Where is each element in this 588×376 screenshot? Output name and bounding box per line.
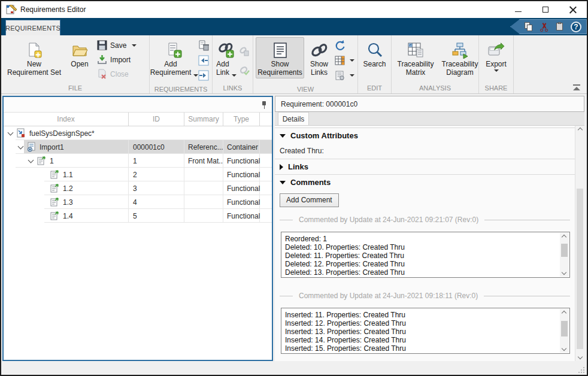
- details-tabbar: Details: [275, 112, 584, 126]
- comment-line: Inserted: 12. Properties: Created Thru: [285, 319, 557, 328]
- resize-grip-icon[interactable]: [577, 366, 584, 373]
- tree-cell-index: 1: [50, 157, 54, 165]
- expand-chevron[interactable]: [18, 143, 24, 149]
- tree-cell-type: Functional: [223, 209, 260, 223]
- scroll-thumb[interactable]: [561, 244, 568, 257]
- tab-details[interactable]: Details: [278, 112, 309, 125]
- tree-row-1-3[interactable]: 1.3 4 Functional: [4, 195, 272, 209]
- tree-cell-index: Import1: [40, 143, 64, 151]
- requirements-tree-panel: Index ID Summary Type fuelSysDesignSpec*: [2, 96, 273, 361]
- add-comment-button[interactable]: Add Comment: [280, 193, 339, 207]
- scroll-thumb[interactable]: [561, 321, 568, 336]
- add-link-icon: [217, 41, 235, 60]
- delete-requirement-button[interactable]: [198, 39, 209, 52]
- ribbon: New Requirement Set Open: [1, 35, 587, 94]
- maximize-button[interactable]: [532, 1, 559, 18]
- scroll-up-icon[interactable]: [562, 311, 566, 316]
- traceability-matrix-icon: [407, 41, 424, 60]
- comment-2-scrollbar[interactable]: [560, 309, 569, 353]
- view-settings-button[interactable]: [335, 69, 354, 82]
- show-requirements-button[interactable]: Show Requirements: [256, 37, 304, 78]
- ribbon-section-file: New Requirement Set Open: [1, 35, 150, 93]
- scroll-down-icon[interactable]: [578, 354, 583, 359]
- comment-2-textbox[interactable]: Inserted: 11. Properties: Created Thru I…: [281, 308, 570, 354]
- tree-cell-id: 2: [128, 168, 184, 181]
- scroll-down-icon[interactable]: [562, 270, 566, 275]
- section-label-edit: EDIT: [360, 83, 389, 93]
- section-links[interactable]: Links: [275, 159, 575, 174]
- show-links-icon: [310, 41, 328, 60]
- demote-requirement-button[interactable]: [198, 69, 209, 82]
- close-button[interactable]: [559, 1, 587, 18]
- details-scrollbar[interactable]: [575, 126, 584, 361]
- link-check-button[interactable]: [240, 64, 250, 77]
- view-settings-icon: [335, 71, 345, 80]
- promote-requirement-button[interactable]: [198, 54, 209, 67]
- export-caret[interactable]: [494, 69, 499, 72]
- collapse-ribbon-button[interactable]: [572, 84, 581, 91]
- tree-row-reqset[interactable]: fuelSysDesignSpec*: [4, 126, 272, 140]
- tree-cell-type: Container: [223, 140, 260, 154]
- scroll-down-icon[interactable]: [562, 346, 566, 351]
- paste-icon[interactable]: [555, 22, 565, 32]
- comment-1-header: Commented by Update at 24-Jun-2021 09:21…: [280, 216, 570, 224]
- section-custom-attributes[interactable]: Custom Attributes: [275, 128, 575, 143]
- tree-cell-index: 1.4: [63, 212, 73, 220]
- comment-1-scrollbar[interactable]: [560, 233, 569, 277]
- open-button[interactable]: Open: [66, 37, 93, 70]
- section-label-view: VIEW: [255, 84, 356, 93]
- traceability-matrix-button[interactable]: Traceability Matrix: [394, 37, 437, 78]
- close-set-button[interactable]: Close: [95, 68, 138, 80]
- add-link-caret[interactable]: [232, 74, 237, 77]
- tree-row-import1[interactable]: Import1 000001c0 Referenc... Container: [4, 140, 272, 154]
- show-links-button[interactable]: Show Links: [305, 37, 333, 78]
- add-requirement-button[interactable]: Add Requirement: [152, 37, 196, 78]
- quick-access-toolbar: ?: [510, 19, 587, 34]
- scroll-up-icon[interactable]: [562, 235, 566, 239]
- tree-row-1-2[interactable]: 1.2 3 Functional: [4, 181, 272, 195]
- refresh-icon: [335, 40, 345, 51]
- refresh-button[interactable]: [335, 39, 354, 52]
- ribbon-section-analysis: Traceability Matrix Traceability Diagram: [392, 35, 479, 93]
- expand-chevron[interactable]: [28, 157, 34, 163]
- columns-caret[interactable]: [350, 59, 354, 62]
- tree-row-1[interactable]: 1 1 Front Mat... Functional: [4, 154, 272, 168]
- help-icon[interactable]: ?: [571, 22, 581, 32]
- scroll-up-icon[interactable]: [578, 128, 583, 132]
- new-requirement-set-button[interactable]: New Requirement Set: [4, 37, 65, 78]
- column-header-type[interactable]: Type: [223, 113, 260, 126]
- tree-row-1-1[interactable]: 1.1 2 Functional: [4, 168, 272, 181]
- search-button[interactable]: Search: [360, 37, 389, 70]
- scroll-thumb[interactable]: [577, 189, 583, 349]
- save-dropdown-caret[interactable]: [132, 44, 137, 47]
- comment-1-textbox[interactable]: Reordered: 1 Deleted: 10. Properties: Cr…: [281, 232, 570, 278]
- delete-link-button[interactable]: [240, 45, 250, 58]
- custom-attributes-title: Custom Attributes: [290, 131, 358, 140]
- add-link-button[interactable]: Add Link: [215, 37, 238, 78]
- minimize-button[interactable]: [504, 1, 532, 18]
- export-button[interactable]: Export: [482, 37, 510, 74]
- collapse-triangle-icon: [280, 134, 286, 138]
- tree-cell-type: Functional: [223, 181, 260, 195]
- columns-button[interactable]: [335, 54, 354, 67]
- app-icon: [6, 5, 17, 14]
- column-header-index[interactable]: Index: [4, 113, 128, 126]
- save-button[interactable]: Save: [95, 39, 138, 51]
- cut-icon[interactable]: [539, 22, 549, 32]
- tab-requirements[interactable]: REQUIREMENTS: [5, 20, 60, 35]
- tree-cell-type: Functional: [223, 168, 260, 181]
- expand-chevron[interactable]: [8, 129, 14, 135]
- column-header-id[interactable]: ID: [128, 113, 184, 126]
- pin-icon[interactable]: [261, 101, 267, 109]
- traceability-diagram-button[interactable]: Traceability Diagram: [438, 37, 481, 78]
- import-button[interactable]: Import: [95, 53, 138, 66]
- tree-row-1-4[interactable]: 1.4 5 Functional: [4, 209, 272, 223]
- ribbon-section-links: Add Link: [213, 35, 253, 93]
- copy-icon[interactable]: [524, 22, 534, 32]
- column-header-summary[interactable]: Summary: [184, 113, 223, 126]
- view-settings-caret[interactable]: [350, 74, 354, 77]
- tree-cell-index: 1.1: [63, 171, 73, 179]
- section-comments[interactable]: Comments: [275, 174, 575, 190]
- main-area: Index ID Summary Type fuelSysDesignSpec*: [1, 94, 587, 362]
- section-label-requirements: REQUIREMENTS: [151, 84, 210, 93]
